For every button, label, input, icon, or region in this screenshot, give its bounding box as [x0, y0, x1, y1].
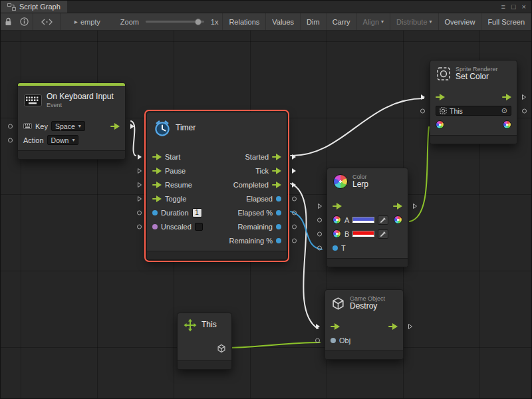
graph-canvas[interactable]: On Keyboard Input Event Key Space ▾	[1, 31, 531, 398]
started-port-external[interactable]	[291, 154, 297, 160]
lerp-result-port[interactable]	[394, 215, 402, 224]
completed-flow-port[interactable]	[272, 182, 281, 188]
elapsed-pct-value-port[interactable]	[276, 210, 281, 215]
overview-button[interactable]: Overview	[438, 13, 481, 30]
color-port-icon[interactable]	[332, 215, 341, 224]
toggle-port-external[interactable]	[137, 196, 142, 202]
action-dropdown[interactable]: Down ▾	[47, 135, 79, 145]
maximize-icon[interactable]: □	[511, 3, 516, 11]
tab-script-graph[interactable]: Script Graph	[1, 1, 67, 13]
obj-value-port[interactable]	[331, 338, 336, 343]
game-object-port-icon[interactable]	[217, 344, 226, 353]
toggle-flow-port[interactable]	[152, 196, 162, 202]
dim-button[interactable]: Dim	[300, 13, 326, 30]
start-port-external[interactable]	[137, 154, 142, 160]
unscaled-port-external[interactable]	[137, 224, 142, 229]
resume-flow-port[interactable]	[152, 182, 162, 188]
carry-button[interactable]: Carry	[326, 13, 356, 30]
flow-out-external[interactable]	[412, 203, 418, 209]
color-b-swatch[interactable]	[352, 231, 374, 237]
relations-button[interactable]: Relations	[222, 13, 265, 30]
target-out-external[interactable]	[522, 108, 527, 113]
elapsed-value-port[interactable]	[276, 196, 281, 201]
object-picker-icon[interactable]: ⊙	[501, 107, 507, 114]
graph-breadcrumb[interactable]: ▸ empty	[70, 18, 104, 26]
flow-in-external[interactable]	[317, 203, 323, 209]
elapsed-pct-port-external[interactable]	[292, 210, 297, 215]
started-flow-port[interactable]	[272, 154, 281, 160]
pause-port-external[interactable]	[137, 168, 142, 174]
pause-flow-port[interactable]	[152, 168, 162, 174]
node-this[interactable]: This	[177, 313, 232, 370]
t-value-port[interactable]	[332, 245, 338, 251]
zoom-slider-knob[interactable]	[195, 19, 201, 25]
distribute-button[interactable]: Distribute▾	[390, 13, 438, 30]
key-dropdown[interactable]: Space ▾	[51, 121, 85, 131]
zoom-slider[interactable]	[146, 13, 204, 30]
foldout-icon: ▸	[74, 19, 78, 25]
node-color-lerp[interactable]: Color Lerp A	[327, 168, 408, 267]
wire-timer-started-to-setcolor[interactable]	[291, 98, 424, 156]
target-port-external[interactable]	[420, 108, 425, 113]
port-label: B	[344, 230, 349, 238]
elapsed-port-external[interactable]	[292, 196, 297, 201]
node-footer	[430, 135, 517, 144]
flow-in-external[interactable]	[315, 323, 321, 330]
action-port-external[interactable]	[8, 138, 13, 142]
window-menu-icon[interactable]: ≡	[501, 3, 505, 11]
target-object-field[interactable]: This ⊙	[436, 106, 511, 116]
flow-out-external[interactable]	[521, 94, 527, 100]
flow-in-port[interactable]	[331, 323, 340, 330]
info-icon[interactable]	[16, 13, 33, 30]
tick-port-external[interactable]	[291, 168, 297, 174]
key-label: Key	[35, 122, 48, 130]
align-button[interactable]: Align▾	[356, 13, 390, 30]
unscaled-value-port[interactable]	[152, 224, 158, 229]
tick-flow-port[interactable]	[272, 168, 281, 174]
eyedropper-icon[interactable]	[378, 229, 388, 239]
node-on-keyboard-input[interactable]: On Keyboard Input Event Key Space ▾	[17, 82, 126, 160]
completed-port-external[interactable]	[291, 182, 297, 188]
eyedropper-icon[interactable]	[378, 215, 388, 225]
color-in-port[interactable]	[436, 120, 444, 129]
flow-out-external[interactable]	[130, 123, 135, 130]
a-port-external[interactable]	[317, 217, 322, 222]
remaining-pct-port-external[interactable]	[292, 238, 297, 243]
duration-value-port[interactable]	[152, 210, 158, 215]
wire-timer-completed-to-destroy[interactable]	[291, 184, 318, 329]
obj-port-external[interactable]	[315, 338, 320, 342]
t-port-external[interactable]	[317, 245, 322, 250]
node-title: Set Color	[456, 72, 498, 82]
code-view-icon[interactable]	[33, 13, 61, 30]
values-button[interactable]: Values	[265, 13, 300, 30]
remaining-value-port[interactable]	[276, 224, 281, 229]
color-out-port[interactable]	[503, 120, 511, 129]
full-screen-button[interactable]: Full Screen	[481, 13, 531, 30]
node-timer[interactable]: Timer Start Started Pause Tick Resum	[146, 112, 287, 260]
flow-in-port[interactable]	[436, 94, 445, 100]
color-a-swatch[interactable]	[352, 217, 374, 223]
flow-out-port[interactable]	[502, 94, 511, 100]
resume-port-external[interactable]	[137, 182, 142, 188]
lock-icon[interactable]	[1, 13, 16, 30]
node-set-color[interactable]: Sprite Renderer Set Color This ⊙	[430, 60, 517, 144]
node-destroy[interactable]: Game Object Destroy Obj	[325, 289, 404, 360]
flow-out-port[interactable]	[110, 123, 120, 130]
key-port-external[interactable]	[8, 124, 13, 128]
b-port-external[interactable]	[317, 231, 322, 236]
duration-input[interactable]: 1	[192, 208, 202, 217]
duration-port-external[interactable]	[137, 210, 142, 215]
flow-in-port[interactable]	[332, 203, 342, 209]
flow-in-external[interactable]	[420, 94, 426, 100]
remaining-pct-value-port[interactable]	[276, 238, 281, 243]
timer-row-4: Toggle Elapsed	[147, 192, 287, 205]
remaining-port-external[interactable]	[292, 224, 297, 229]
wire-this-to-destroy-obj[interactable]	[229, 342, 320, 348]
close-icon[interactable]: ×	[522, 3, 526, 11]
flow-out-port[interactable]	[393, 203, 402, 209]
start-flow-port[interactable]	[152, 154, 162, 160]
flow-out-port[interactable]	[388, 323, 398, 330]
unscaled-checkbox[interactable]	[195, 223, 203, 231]
color-port-icon[interactable]	[332, 229, 341, 238]
flow-out-external[interactable]	[408, 323, 413, 330]
